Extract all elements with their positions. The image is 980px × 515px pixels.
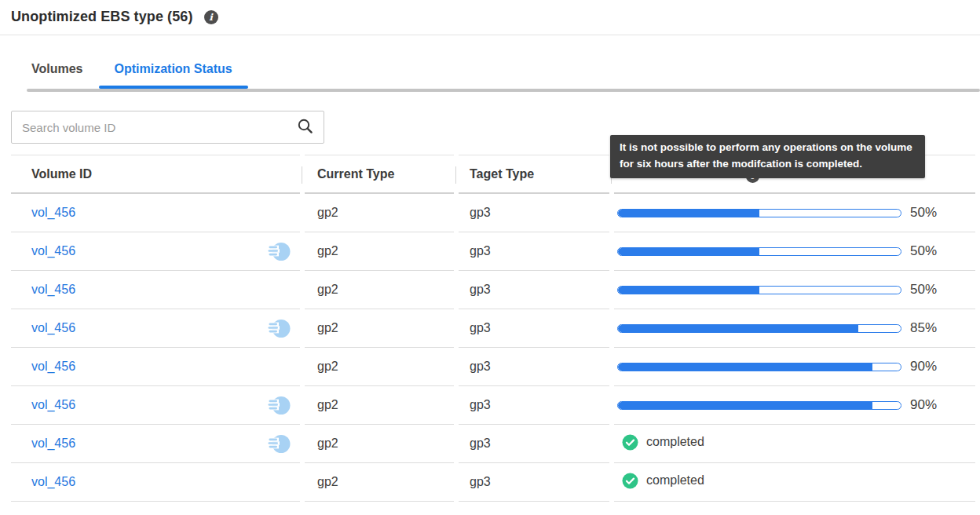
- progress-bar: [617, 286, 901, 294]
- volume-id-link[interactable]: vol_456: [31, 283, 75, 297]
- target-type-value: gp3: [470, 436, 491, 450]
- current-type-value: gp2: [317, 244, 338, 258]
- optimization-status-table: Volume ID Current Type Taget Type Modifi…: [6, 155, 980, 502]
- table-body: vol_456 gp2 gp3 50%: [11, 194, 975, 502]
- fast-snapshot-icon: [268, 318, 291, 339]
- search-box: [11, 111, 324, 144]
- table-row: vol_456 gp2 gp3 50%: [11, 232, 975, 271]
- table-row: vol_456 gp2 gp3 85%: [11, 309, 975, 348]
- volume-id-link[interactable]: vol_456: [31, 360, 75, 374]
- current-type-value: gp2: [317, 321, 338, 334]
- progress-fill: [618, 402, 872, 409]
- progress-bar: [617, 209, 901, 217]
- target-type-value: gp3: [470, 360, 491, 373]
- fast-snapshot-icon: [268, 433, 291, 455]
- volume-id-link[interactable]: vol_456: [31, 398, 75, 412]
- current-type-value: gp2: [317, 283, 338, 296]
- progress-bar: [617, 324, 901, 333]
- target-type-value: gp3: [470, 398, 491, 411]
- completed-status: completed: [622, 434, 704, 451]
- progress-fill: [618, 210, 759, 217]
- target-type-value: gp3: [470, 206, 491, 219]
- modification-progress: 50%: [617, 282, 937, 298]
- progress-fill: [618, 287, 759, 294]
- completed-label: completed: [646, 435, 704, 449]
- target-type-value: gp3: [470, 244, 491, 258]
- volume-id-link[interactable]: vol_456: [31, 244, 75, 258]
- tabbar-track: [27, 89, 980, 92]
- table-row: vol_456 gp2 gp3 90%: [11, 386, 975, 425]
- table-row: vol_456 gp2 gp3 50%: [11, 194, 975, 232]
- tab-volumes[interactable]: Volumes: [16, 62, 99, 89]
- search-icon: [297, 118, 313, 137]
- column-header-target-type: Taget Type: [459, 155, 609, 194]
- page-title: Unoptimized EBS type (56): [11, 9, 193, 25]
- target-type-value: gp3: [470, 283, 491, 296]
- progress-fill: [618, 325, 858, 332]
- progress-fill: [618, 363, 872, 371]
- completed-status: completed: [622, 473, 704, 489]
- modification-status-tooltip: It is not possible to perform any operat…: [610, 135, 925, 178]
- tabs-container: Volumes Optimization Status: [0, 62, 980, 92]
- search-button[interactable]: [294, 118, 324, 137]
- progress-percent-label: 50%: [910, 282, 937, 298]
- current-type-value: gp2: [317, 360, 338, 373]
- progress-bar: [617, 363, 901, 371]
- progress-bar: [617, 401, 901, 410]
- title-bar: Unoptimized EBS type (56) i: [0, 0, 980, 35]
- progress-percent-label: 85%: [910, 320, 937, 336]
- title-info-icon[interactable]: i: [204, 10, 218, 24]
- fast-snapshot-icon: [268, 241, 291, 262]
- column-header-current-type: Current Type: [305, 155, 454, 194]
- check-circle-icon: [622, 434, 638, 451]
- modification-progress: 90%: [617, 359, 937, 374]
- column-header-volume-id: Volume ID: [11, 155, 300, 194]
- table-row: vol_456 gp2 gp3 50%: [11, 271, 975, 309]
- tab-optimization-status[interactable]: Optimization Status: [99, 62, 248, 89]
- modification-progress: 90%: [617, 397, 937, 413]
- target-type-value: gp3: [470, 321, 491, 334]
- current-type-value: gp2: [317, 206, 338, 219]
- table-row: vol_456 gp2 gp3: [11, 425, 975, 463]
- target-type-value: gp3: [470, 475, 491, 488]
- progress-bar: [617, 247, 901, 256]
- volume-id-link[interactable]: vol_456: [31, 321, 75, 335]
- table-row: vol_456 gp2 gp3 90%: [11, 348, 975, 386]
- fast-snapshot-icon: [268, 395, 291, 416]
- modification-progress: 50%: [617, 243, 937, 259]
- completed-label: completed: [646, 473, 704, 488]
- current-type-value: gp2: [317, 436, 338, 450]
- progress-percent-label: 50%: [910, 243, 937, 259]
- progress-percent-label: 90%: [910, 397, 937, 413]
- check-circle-icon: [622, 473, 638, 489]
- progress-percent-label: 90%: [910, 359, 937, 374]
- current-type-value: gp2: [317, 398, 338, 411]
- volume-id-link[interactable]: vol_456: [31, 475, 75, 489]
- current-type-value: gp2: [317, 475, 338, 488]
- progress-percent-label: 50%: [910, 205, 937, 221]
- table-row: vol_456 gp2 gp3: [11, 463, 975, 502]
- search-input[interactable]: [12, 111, 294, 143]
- progress-fill: [618, 248, 759, 255]
- modification-progress: 85%: [617, 320, 937, 336]
- modification-progress: 50%: [617, 205, 937, 221]
- volume-id-link[interactable]: vol_456: [31, 436, 75, 451]
- volume-id-link[interactable]: vol_456: [31, 206, 75, 220]
